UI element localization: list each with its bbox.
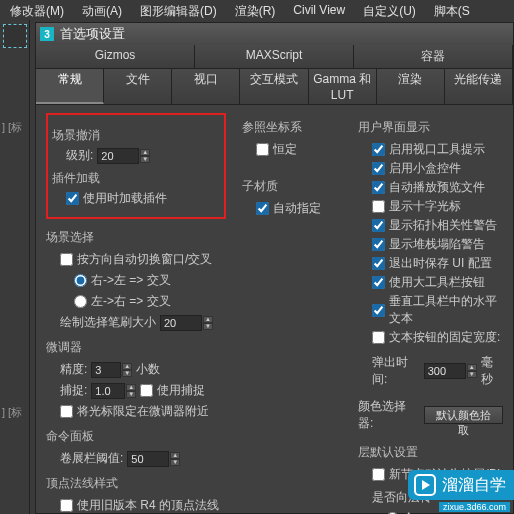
lock-cursor-checkbox[interactable] xyxy=(60,405,73,418)
group-spinner: 微调器 xyxy=(46,339,226,356)
tab-viewport[interactable]: 视口 xyxy=(172,69,240,104)
decimal-label: 小数 xyxy=(136,361,160,378)
spinner-buttons[interactable]: ▲▼ xyxy=(122,363,132,377)
popup-time-label: 弹出时间: xyxy=(372,354,420,388)
ui-opt-label: 垂直工具栏中的水平文本 xyxy=(389,293,503,327)
panel-label: ] [标 xyxy=(2,120,22,135)
dir-label-1: 右->左 => 交叉 xyxy=(91,272,171,289)
spinner-buttons[interactable]: ▲▼ xyxy=(170,452,180,466)
undo-level-input[interactable] xyxy=(97,148,139,164)
tool-button[interactable] xyxy=(3,24,27,48)
constant-label: 恒定 xyxy=(273,141,297,158)
thresh-input[interactable] xyxy=(127,451,169,467)
legacy-normal-label: 使用旧版本 R4 的顶点法线 xyxy=(77,497,219,514)
plugin-load-label: 使用时加载插件 xyxy=(83,190,167,207)
ui-opt-checkbox[interactable] xyxy=(372,276,385,289)
auto-assign-checkbox[interactable] xyxy=(256,202,269,215)
ui-opt-checkbox[interactable] xyxy=(372,238,385,251)
tab-files[interactable]: 文件 xyxy=(104,69,172,104)
auto-assign-label: 自动指定 xyxy=(273,200,321,217)
watermark-brand: 溜溜自学 xyxy=(442,475,506,496)
ui-opt-checkbox[interactable] xyxy=(372,304,385,317)
tab-interaction[interactable]: 交互模式 xyxy=(240,69,308,104)
tab-radiosity[interactable]: 光能传递 xyxy=(445,69,513,104)
ui-opt-checkbox[interactable] xyxy=(372,181,385,194)
menu-item[interactable]: 图形编辑器(D) xyxy=(140,3,217,20)
color-picker-label: 颜色选择器: xyxy=(358,398,420,432)
group-scene-undo: 场景撤消 xyxy=(52,127,220,144)
watermark: 溜溜自学 xyxy=(408,470,514,500)
menu-item[interactable]: 自定义(U) xyxy=(363,3,416,20)
group-cmd-panel: 命令面板 xyxy=(46,428,226,445)
use-snap-label: 使用捕捉 xyxy=(157,382,205,399)
play-icon xyxy=(414,474,436,496)
tab-render[interactable]: 渲染 xyxy=(377,69,445,104)
group-ref-coord: 参照坐标系 xyxy=(242,119,342,136)
ui-opt-checkbox[interactable] xyxy=(372,331,385,344)
ui-opt-label: 启用视口工具提示 xyxy=(389,141,485,158)
tab-container[interactable]: 容器 xyxy=(354,45,513,68)
auto-switch-label: 按方向自动切换窗口/交叉 xyxy=(77,251,212,268)
ui-opt-checkbox[interactable] xyxy=(372,162,385,175)
ui-opt-label: 显示拓扑相关性警告 xyxy=(389,217,497,234)
layer-sub2: 命 xyxy=(403,510,415,514)
ui-opt-label: 显示堆栈塌陷警告 xyxy=(389,236,485,253)
dialog-title: 首选项设置 xyxy=(60,25,125,43)
snap-label: 捕捉: xyxy=(60,382,87,399)
group-ui-display: 用户界面显示 xyxy=(358,119,503,136)
ui-opt-checkbox[interactable] xyxy=(372,143,385,156)
menu-item[interactable]: 动画(A) xyxy=(82,3,122,20)
ui-opt-label: 显示十字光标 xyxy=(389,198,461,215)
preferences-dialog: 3 首选项设置 Gizmos MAXScript 容器 常规 文件 视口 交互模… xyxy=(35,22,514,514)
dir-radio-2[interactable] xyxy=(74,295,87,308)
auto-switch-checkbox[interactable] xyxy=(60,253,73,266)
tab-gizmos[interactable]: Gizmos xyxy=(36,45,195,68)
thresh-label: 卷展栏阈值: xyxy=(60,450,123,467)
spinner-buttons[interactable]: ▲▼ xyxy=(140,149,150,163)
snap-input[interactable] xyxy=(91,383,125,399)
dialog-body: 场景撤消 级别: ▲▼ 插件加载 使用时加载插件 场景选择 按方向自动切换窗口/ xyxy=(36,105,513,514)
highlighted-region: 场景撤消 级别: ▲▼ 插件加载 使用时加载插件 xyxy=(46,113,226,219)
brush-size-input[interactable] xyxy=(160,315,202,331)
spinner-buttons[interactable]: ▲▼ xyxy=(203,316,213,330)
tab-maxscript[interactable]: MAXScript xyxy=(195,45,354,68)
plugin-load-checkbox[interactable] xyxy=(66,192,79,205)
popup-time-input[interactable] xyxy=(424,363,466,379)
precision-input[interactable] xyxy=(91,362,121,378)
brush-label: 绘制选择笔刷大小 xyxy=(60,314,156,331)
menu-item[interactable]: 渲染(R) xyxy=(235,3,276,20)
ui-opt-checkbox[interactable] xyxy=(372,219,385,232)
watermark-url: zixue.3d66.com xyxy=(439,502,510,512)
ui-opt-label: 自动播放预览文件 xyxy=(389,179,485,196)
ms-label: 毫秒 xyxy=(481,354,503,388)
group-layer-defaults: 层默认设置 xyxy=(358,444,503,461)
tab-row-upper: Gizmos MAXScript 容器 xyxy=(36,45,513,69)
group-plugin-load: 插件加载 xyxy=(52,170,220,187)
constant-checkbox[interactable] xyxy=(256,143,269,156)
menu-item[interactable]: 修改器(M) xyxy=(10,3,64,20)
menu-item[interactable]: Civil View xyxy=(293,3,345,20)
legacy-normal-checkbox[interactable] xyxy=(60,499,73,512)
tab-row-lower: 常规 文件 视口 交互模式 Gamma 和 LUT 渲染 光能传递 xyxy=(36,69,513,105)
ui-opt-label: 退出时保存 UI 配置 xyxy=(389,255,492,272)
titlebar: 3 首选项设置 xyxy=(36,23,513,45)
precision-label: 精度: xyxy=(60,361,87,378)
use-snap-checkbox[interactable] xyxy=(140,384,153,397)
spinner-buttons[interactable]: ▲▼ xyxy=(126,384,136,398)
spinner-buttons[interactable]: ▲▼ xyxy=(467,364,477,378)
tab-general[interactable]: 常规 xyxy=(36,69,104,104)
ui-opt-checkbox[interactable] xyxy=(372,257,385,270)
new-node-layer-checkbox[interactable] xyxy=(372,468,385,481)
panel-label: ] [标 xyxy=(2,405,22,420)
ui-opt-label: 文本按钮的固定宽度: xyxy=(389,329,500,346)
dir-radio-1[interactable] xyxy=(74,274,87,287)
ui-opt-label: 使用大工具栏按钮 xyxy=(389,274,485,291)
menu-item[interactable]: 脚本(S xyxy=(434,3,470,20)
main-menu[interactable]: 修改器(M) 动画(A) 图形编辑器(D) 渲染(R) Civil View 自… xyxy=(0,0,514,23)
group-sub-mat: 子材质 xyxy=(242,178,342,195)
group-scene-select: 场景选择 xyxy=(46,229,226,246)
tab-gamma[interactable]: Gamma 和 LUT xyxy=(309,69,377,104)
lock-cursor-label: 将光标限定在微调器附近 xyxy=(77,403,209,420)
color-picker-button[interactable]: 默认颜色拾取 xyxy=(424,406,503,424)
ui-opt-checkbox[interactable] xyxy=(372,200,385,213)
